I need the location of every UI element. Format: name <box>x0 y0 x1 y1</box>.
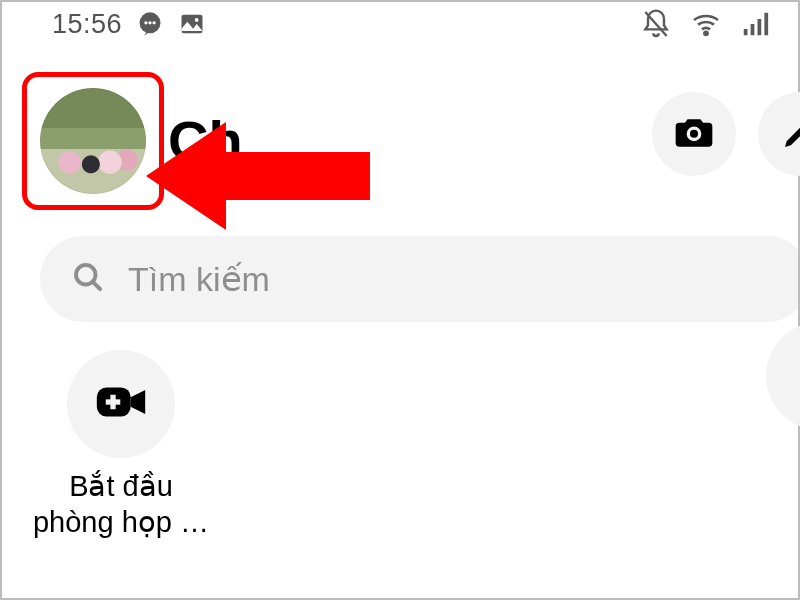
svg-point-14 <box>690 130 698 138</box>
camera-icon <box>672 110 716 158</box>
profile-avatar[interactable] <box>40 88 146 194</box>
pencil-icon <box>780 112 800 156</box>
avatar-highlight-box <box>22 72 164 210</box>
red-arrow-annotation <box>146 116 376 240</box>
camera-button[interactable] <box>652 92 736 176</box>
chats-header: Ch <box>0 44 800 218</box>
compose-button[interactable] <box>758 92 800 176</box>
svg-marker-12 <box>146 122 370 230</box>
